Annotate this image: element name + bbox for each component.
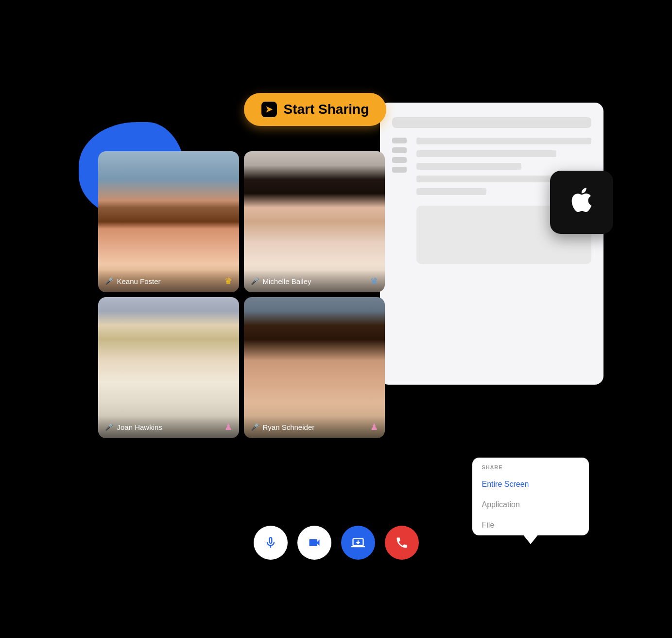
content-line (416, 163, 521, 170)
microphone-button[interactable] (254, 526, 288, 560)
mic-icon-keanu: 🎤 (105, 277, 113, 285)
content-line (416, 188, 486, 195)
main-scene: ➤ Start Sharing (69, 64, 603, 574)
sidebar-chunk (392, 157, 407, 163)
tile-overlay-michelle: 🎤 Michelle Bailey ♛ (244, 270, 385, 292)
app-window (380, 103, 603, 385)
start-sharing-button[interactable]: ➤ Start Sharing (244, 93, 387, 126)
share-section-label: SHARE (472, 458, 589, 474)
participant-name-michelle: Michelle Bailey (263, 277, 311, 285)
tile-overlay-keanu: 🎤 Keanu Foster ♛ (98, 270, 239, 292)
apple-card (550, 171, 613, 234)
share-option-entire-screen[interactable]: Entire Screen (472, 474, 589, 495)
tile-name-keanu: 🎤 Keanu Foster (105, 277, 161, 285)
window-bar (392, 117, 591, 128)
camera-button[interactable] (297, 526, 331, 560)
tile-name-joan: 🎤 Joan Hawkins (105, 423, 162, 431)
content-line (416, 150, 556, 157)
content-line (416, 138, 591, 144)
mic-icon-ryan: 🎤 (251, 423, 259, 431)
video-tile-ryan: 🎤 Ryan Schneider ♟ (244, 297, 385, 438)
controls-bar (254, 526, 419, 560)
participant-name-joan: Joan Hawkins (117, 423, 162, 431)
apple-icon (567, 185, 596, 219)
video-tile-michelle: 🎤 Michelle Bailey ♛ (244, 151, 385, 292)
video-tile-joan: 🎤 Joan Hawkins ♟ (98, 297, 239, 438)
participant-name-ryan: Ryan Schneider (263, 423, 315, 431)
mic-icon-joan: 🎤 (105, 423, 113, 431)
window-sidebar (392, 138, 407, 264)
role-icon-ryan: ♟ (370, 422, 378, 432)
role-icon-keanu: ♛ (224, 276, 232, 286)
video-grid: 🎤 Keanu Foster ♛ 🎤 Michelle Bailey ♛ 🎤 (98, 151, 385, 438)
sidebar-chunk (392, 147, 407, 153)
video-tile-keanu: 🎤 Keanu Foster ♛ (98, 151, 239, 292)
participant-name-keanu: Keanu Foster (117, 277, 161, 285)
tile-overlay-ryan: 🎤 Ryan Schneider ♟ (244, 416, 385, 438)
share-option-file[interactable]: File (472, 515, 589, 535)
role-icon-michelle: ♛ (370, 276, 378, 286)
tile-name-ryan: 🎤 Ryan Schneider (251, 423, 315, 431)
start-sharing-label: Start Sharing (284, 102, 369, 117)
mic-icon-michelle: 🎤 (251, 277, 259, 285)
share-dropdown: SHARE Entire Screen Application File (472, 458, 589, 535)
share-option-application[interactable]: Application (472, 495, 589, 515)
sidebar-chunk (392, 138, 407, 143)
share-arrow-icon: ➤ (261, 102, 277, 117)
share-screen-button[interactable] (341, 526, 375, 560)
tile-overlay-joan: 🎤 Joan Hawkins ♟ (98, 416, 239, 438)
role-icon-joan: ♟ (224, 422, 232, 432)
sidebar-chunk (392, 167, 407, 173)
tile-name-michelle: 🎤 Michelle Bailey (251, 277, 311, 285)
end-call-button[interactable] (385, 526, 419, 560)
